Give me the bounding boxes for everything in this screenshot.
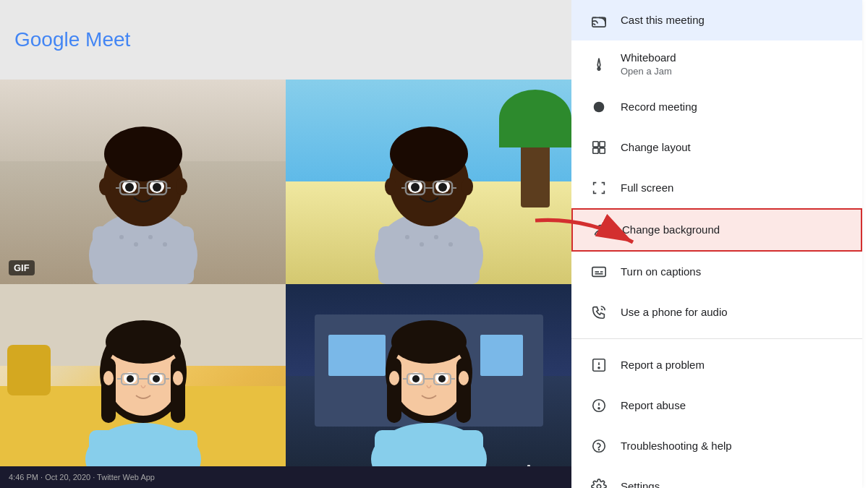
menu-item-settings[interactable]: Settings [571, 466, 862, 489]
video-cell-4: Me [286, 284, 571, 489]
help-icon [589, 436, 609, 456]
svg-rect-84 [600, 141, 605, 146]
menu-item-change-background[interactable]: Change background [571, 208, 862, 252]
video-area: Google Meet [0, 0, 571, 488]
menu-text-change-layout: Change layout [621, 140, 691, 155]
menu-label-cast: Cast this meeting [621, 13, 705, 27]
svg-point-68 [459, 371, 469, 385]
menu-label-settings: Settings [621, 479, 660, 488]
video-grid: GIF [0, 80, 571, 488]
svg-point-26 [461, 178, 473, 195]
svg-rect-45 [101, 358, 116, 423]
menu-text-whiteboard: Whiteboard Open a Jam [621, 51, 676, 77]
svg-point-100 [599, 449, 600, 450]
menu-item-cast[interactable]: Cast this meeting [571, 0, 862, 40]
abuse-icon [589, 395, 609, 416]
menu-text-record: Record meeting [621, 100, 697, 114]
menu-label-phone-audio: Use a phone for audio [621, 305, 728, 320]
menu-label-change-background: Change background [622, 223, 720, 237]
svg-rect-85 [593, 147, 598, 153]
fullscreen-icon [589, 178, 609, 198]
svg-point-49 [173, 371, 183, 385]
layout-icon [589, 137, 609, 158]
video-cell-3 [0, 284, 286, 489]
menu-label-captions: Turn on captions [621, 265, 701, 279]
phone-icon [589, 302, 609, 322]
svg-point-87 [598, 225, 603, 229]
svg-point-29 [411, 183, 420, 192]
menu-label-whiteboard: Whiteboard [621, 51, 676, 65]
menu-text-report-abuse: Report abuse [621, 398, 686, 413]
svg-point-71 [412, 375, 420, 382]
menu-text-cast: Cast this meeting [621, 13, 705, 27]
svg-point-18 [148, 235, 153, 239]
settings-icon [589, 476, 609, 489]
menu-text-report-problem: Report a problem [621, 358, 705, 372]
menu-label-record: Record meeting [621, 100, 697, 114]
svg-point-30 [438, 183, 447, 192]
menu-text-settings: Settings [621, 479, 660, 488]
menu-sublabel-whiteboard: Open a Jam [621, 66, 676, 77]
menu-label-fullscreen: Full screen [621, 181, 673, 195]
menu-item-whiteboard[interactable]: Whiteboard Open a Jam [571, 40, 862, 87]
menu-label-troubleshooting: Troubleshooting & help [621, 439, 732, 453]
svg-point-67 [389, 371, 399, 385]
menu-label-report-abuse: Report abuse [621, 398, 686, 413]
svg-line-88 [605, 224, 607, 226]
menu-item-fullscreen[interactable]: Full screen [571, 168, 862, 208]
svg-point-4 [104, 127, 182, 181]
menu-item-troubleshooting[interactable]: Troubleshooting & help [571, 426, 862, 466]
menu-item-change-layout[interactable]: Change layout [571, 127, 862, 168]
report-problem-icon [589, 355, 609, 375]
menu-text-change-background: Change background [622, 223, 720, 237]
svg-point-16 [119, 235, 124, 239]
svg-rect-1 [93, 226, 194, 284]
menu-item-phone-audio[interactable]: Use a phone for audio [571, 292, 862, 333]
svg-point-39 [448, 242, 453, 247]
menu-text-phone-audio: Use a phone for audio [621, 305, 728, 320]
svg-point-36 [405, 235, 409, 239]
svg-point-98 [598, 407, 600, 408]
svg-point-101 [597, 484, 601, 488]
svg-point-66 [391, 320, 467, 364]
menu-text-captions: Turn on captions [621, 265, 701, 279]
svg-point-48 [103, 371, 114, 385]
svg-point-38 [434, 235, 438, 239]
menu-divider [571, 338, 862, 339]
svg-point-53 [153, 375, 160, 382]
menu-label-change-layout: Change layout [621, 140, 691, 155]
svg-point-5 [99, 178, 111, 195]
menu-text-fullscreen: Full screen [621, 181, 673, 195]
svg-point-10 [153, 183, 161, 192]
svg-point-19 [163, 242, 167, 247]
gif-badge: GIF [9, 260, 35, 275]
svg-point-25 [385, 178, 396, 195]
svg-point-72 [438, 375, 446, 382]
record-icon [589, 97, 609, 117]
svg-rect-64 [387, 358, 401, 423]
whiteboard-icon [589, 53, 609, 74]
svg-rect-21 [378, 226, 480, 284]
captions-icon [589, 262, 609, 282]
menu-item-report-abuse[interactable]: Report abuse [571, 385, 862, 426]
svg-rect-65 [456, 358, 471, 423]
menu-item-report-problem[interactable]: Report a problem [571, 345, 862, 385]
svg-point-9 [125, 183, 134, 192]
svg-point-6 [176, 178, 187, 195]
svg-rect-46 [171, 358, 185, 423]
svg-point-24 [390, 127, 468, 181]
svg-point-95 [598, 367, 600, 368]
video-cell-2 [286, 80, 571, 284]
meeting-title: Google Meet [14, 28, 130, 51]
video-cell-1: GIF [0, 80, 286, 284]
menu-panel: Cast this meeting Whiteboard Open a Jam … [571, 0, 862, 488]
menu-item-captions[interactable]: Turn on captions [571, 252, 862, 292]
menu-text-troubleshooting: Troubleshooting & help [621, 439, 732, 453]
svg-point-37 [420, 242, 424, 247]
svg-rect-86 [600, 147, 605, 153]
background-icon [590, 220, 610, 240]
menu-item-record[interactable]: Record meeting [571, 87, 862, 127]
svg-point-47 [106, 320, 181, 364]
svg-point-82 [594, 101, 605, 112]
svg-rect-83 [593, 141, 598, 146]
